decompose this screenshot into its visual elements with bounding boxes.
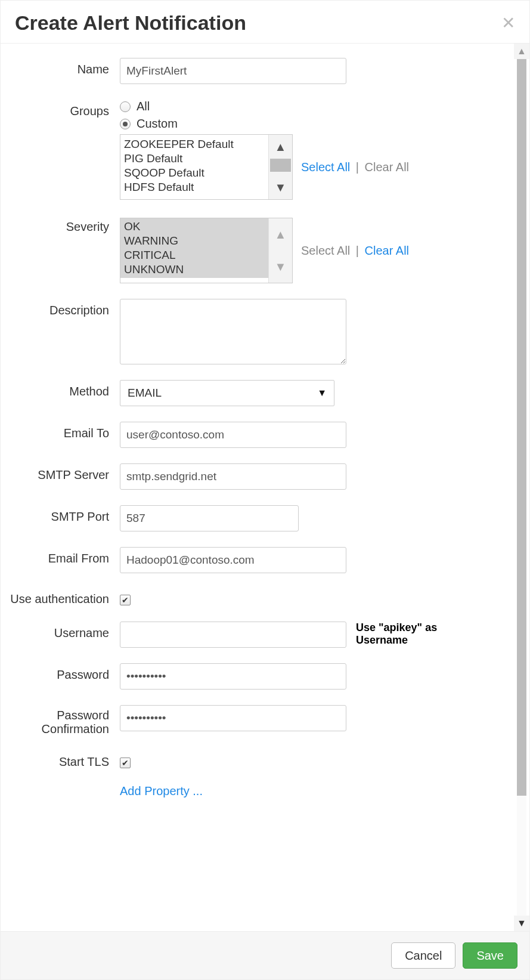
chevron-down-icon: ▼ (317, 388, 327, 398)
scroll-up-icon[interactable]: ▲ (269, 218, 292, 251)
groups-radio-custom-label: Custom (137, 117, 178, 131)
row-email-to: Email To (1, 422, 500, 448)
save-button[interactable]: Save (463, 942, 517, 969)
row-password-confirm: Password Confirmation (1, 705, 500, 736)
start-tls-checkbox[interactable]: ✔ (120, 758, 131, 768)
row-severity: Severity OK WARNING CRITICAL UNKNOWN ▲ (1, 215, 500, 283)
scroll-track[interactable] (517, 59, 526, 916)
label-use-auth: Use authentication (1, 589, 120, 606)
groups-select-all-link[interactable]: Select All (301, 160, 350, 174)
scroll-area: Name Groups All Custom (1, 44, 529, 931)
separator: | (356, 244, 359, 257)
severity-clear-all-link[interactable]: Clear All (365, 244, 409, 257)
groups-radio-all-label: All (137, 100, 150, 113)
label-groups: Groups (1, 100, 120, 118)
scroll-down-icon[interactable]: ▼ (269, 175, 292, 199)
description-textarea[interactable] (120, 299, 346, 364)
groups-radio-custom[interactable] (120, 119, 131, 129)
dialog: Create Alert Notification ✕ Name Groups (0, 0, 530, 980)
label-start-tls: Start TLS (1, 752, 120, 769)
smtp-port-input[interactable] (120, 505, 299, 531)
scroll-down-icon[interactable]: ▼ (269, 251, 292, 283)
row-email-from: Email From (1, 547, 500, 573)
label-password-confirm: Password Confirmation (1, 705, 120, 736)
row-smtp-server: SMTP Server (1, 463, 500, 490)
label-method: Method (1, 380, 120, 398)
smtp-server-input[interactable] (120, 463, 346, 490)
row-password: Password (1, 663, 500, 690)
scroll-up-icon[interactable]: ▲ (514, 44, 529, 59)
password-confirm-input[interactable] (120, 705, 346, 731)
list-item[interactable]: UNKNOWN (120, 262, 268, 278)
close-icon[interactable]: ✕ (501, 15, 515, 32)
method-select[interactable]: EMAIL ▼ (120, 380, 334, 406)
label-severity: Severity (1, 215, 120, 234)
username-input[interactable] (120, 622, 346, 648)
scroll-down-icon[interactable]: ▼ (514, 916, 529, 931)
email-from-input[interactable] (120, 547, 346, 573)
groups-radio-all[interactable] (120, 101, 131, 112)
severity-select-all-link[interactable]: Select All (301, 244, 350, 257)
list-item[interactable]: ZOOKEEPER Default (124, 137, 265, 152)
list-item[interactable]: SQOOP Default (124, 166, 265, 180)
scroll-thumb[interactable] (270, 159, 291, 172)
label-username: Username (1, 622, 120, 640)
email-to-input[interactable] (120, 422, 346, 448)
form-body: Name Groups All Custom (1, 44, 514, 931)
scroll-up-icon[interactable]: ▲ (269, 135, 292, 159)
list-item[interactable]: CRITICAL (120, 248, 268, 262)
spacer (1, 784, 120, 789)
list-item[interactable]: PIG Default (124, 152, 265, 166)
label-email-to: Email To (1, 422, 120, 440)
row-method: Method EMAIL ▼ (1, 380, 500, 406)
scroll-thumb[interactable] (517, 59, 526, 796)
row-username: Username Use "apikey" as Username (1, 622, 500, 648)
dialog-footer: Cancel Save (1, 931, 529, 979)
name-input[interactable] (120, 58, 346, 84)
row-add-property: Add Property ... (1, 784, 500, 798)
dialog-header: Create Alert Notification ✕ (1, 1, 529, 44)
add-property-link[interactable]: Add Property ... (120, 784, 203, 798)
row-description: Description (1, 299, 500, 364)
label-email-from: Email From (1, 547, 120, 565)
dialog-scrollbar[interactable]: ▲ ▼ (514, 44, 529, 931)
list-item[interactable]: WARNING (120, 234, 268, 248)
label-smtp-server: SMTP Server (1, 463, 120, 482)
row-start-tls: Start TLS ✔ (1, 752, 500, 769)
password-input[interactable] (120, 663, 346, 690)
severity-list-actions: Select All | Clear All (301, 244, 409, 258)
row-use-auth: Use authentication ✔ (1, 589, 500, 606)
cancel-button[interactable]: Cancel (391, 942, 455, 969)
row-name: Name (1, 58, 500, 84)
severity-listbox-scrollbar[interactable]: ▲ ▼ (268, 218, 292, 283)
label-smtp-port: SMTP Port (1, 505, 120, 524)
separator: | (356, 160, 359, 174)
groups-listbox-scrollbar[interactable]: ▲ ▼ (268, 135, 292, 199)
list-item[interactable]: OK (120, 218, 268, 234)
groups-clear-all-link[interactable]: Clear All (365, 160, 409, 174)
groups-listbox[interactable]: ZOOKEEPER Default PIG Default SQOOP Defa… (120, 134, 293, 200)
groups-list-actions: Select All | Clear All (301, 160, 409, 174)
label-name: Name (1, 58, 120, 76)
row-groups: Groups All Custom (1, 100, 500, 200)
row-smtp-port: SMTP Port (1, 505, 500, 531)
label-description: Description (1, 299, 120, 317)
label-password: Password (1, 663, 120, 682)
method-select-value: EMAIL (128, 387, 162, 400)
list-item[interactable]: HDFS Default (124, 180, 265, 194)
use-auth-checkbox[interactable]: ✔ (120, 595, 131, 605)
username-hint: Use "apikey" as Username (356, 622, 475, 647)
severity-listbox[interactable]: OK WARNING CRITICAL UNKNOWN ▲ ▼ (120, 218, 293, 283)
groups-radio-group: All Custom (120, 100, 500, 131)
dialog-title: Create Alert Notification (15, 11, 246, 35)
